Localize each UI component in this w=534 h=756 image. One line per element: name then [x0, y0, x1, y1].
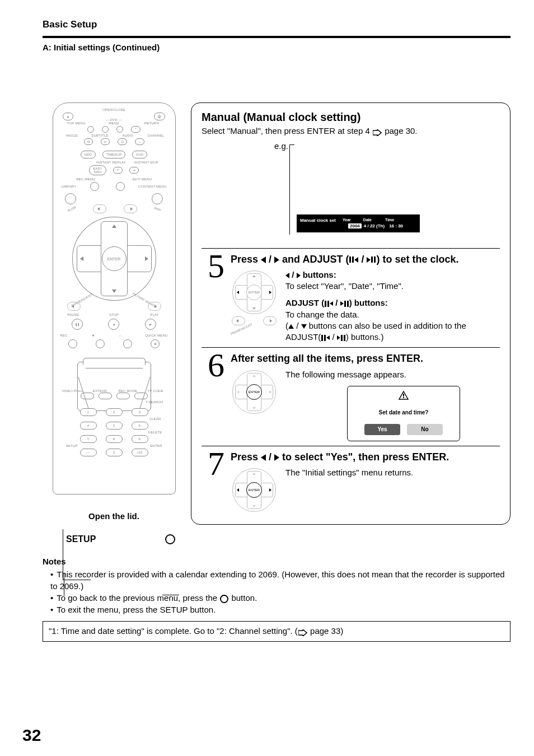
arrow-right-icon: [298, 626, 307, 638]
power-button: ⏻: [154, 113, 165, 120]
label-play: PLAY: [140, 313, 169, 316]
num-1: 1: [80, 408, 97, 416]
slow-back-button: [93, 204, 106, 213]
play-button: ▶: [145, 319, 156, 330]
label-tv-code: TV CODE: [142, 389, 169, 393]
svg-rect-3: [403, 397, 404, 398]
label-top-menu: TOP MENU: [59, 122, 93, 125]
content-menu-button: [152, 193, 163, 204]
notes-section: Notes This recorder is provided with a c…: [43, 556, 510, 642]
open-lid-caption: Open the lid.: [43, 511, 185, 521]
label-videoplus: VIDEO Plus+: [59, 389, 86, 393]
subsection-heading: A: Initial settings (Continued): [43, 43, 510, 52]
confirm-message: Set date and time?: [353, 409, 454, 417]
videoplus-button: [81, 393, 94, 399]
enter-button: ENTER: [102, 246, 127, 271]
ch-up-button: ⌃: [131, 126, 140, 133]
warning-icon: [353, 391, 454, 403]
audio-button: ◎: [118, 138, 127, 145]
angle-button: ⧉: [84, 138, 93, 145]
easy-navi-button: EASY NAVI: [89, 165, 106, 175]
clock-time: 16 : 30: [389, 223, 403, 228]
eject-button: ▲: [63, 113, 74, 120]
instant-skip-button: ↠: [129, 167, 139, 174]
label-enter: ENTER: [143, 444, 168, 447]
step-7-text: The "Initial settings" menu returns.: [285, 467, 413, 478]
label-instant-replay: INSTANT REPLAY: [94, 161, 128, 164]
pause-button: ❚❚: [72, 319, 83, 330]
frame-fwd-button: [148, 302, 161, 311]
circle-button: [123, 339, 132, 348]
rec-mode-button: [116, 393, 130, 399]
ch-down-button: ⌄: [135, 138, 144, 145]
divider: [43, 36, 510, 38]
dvd-button: DVD: [132, 151, 147, 158]
tv-code-button: [134, 393, 148, 399]
panel-lead: Select "Manual", then press ENTER at ste…: [202, 126, 500, 137]
clock-screen: Manual clock set Year Date Time 2004 4 /…: [297, 214, 420, 232]
num-7: 7: [80, 435, 97, 443]
label-subtitle: SUBTITLE: [87, 134, 113, 137]
note-1: This recorder is provided with a calenda…: [50, 568, 510, 592]
section-header: Basic Setup: [43, 19, 510, 30]
rec-menu-button: [90, 182, 99, 191]
step-5-number: 5: [202, 251, 231, 281]
svg-rect-2: [403, 394, 404, 396]
extend-button: [99, 393, 112, 399]
num-5: 5: [106, 422, 123, 430]
notes-heading: Notes: [43, 556, 510, 567]
step-6-text: The following message appears.: [285, 369, 500, 380]
eg-label: e.g.: [274, 141, 288, 151]
label-skip: SKIP: [153, 206, 161, 212]
clock-label: Manual clock set: [300, 218, 336, 223]
label-setup: SETUP: [59, 444, 85, 447]
dpad-figure-step6: ENTER: [231, 370, 278, 414]
clock-h-date: Date: [363, 218, 372, 223]
o-button-icon: [165, 534, 175, 544]
svg-marker-0: [373, 129, 381, 136]
step-5-title: Press / and ADJUST ( / ) to set the cloc…: [231, 253, 500, 266]
hdd-button: HDD: [81, 151, 96, 158]
slow-fwd-button: [124, 204, 137, 213]
clock-h-time: Time: [385, 218, 394, 223]
plus10-button: +10: [132, 449, 148, 456]
num-9: 9: [132, 435, 148, 443]
top-menu-button: [87, 126, 94, 133]
label-library: LIBRARY: [62, 185, 77, 188]
leader-line: [63, 529, 63, 580]
setup-button: —: [80, 449, 97, 456]
label-stop: STOP: [100, 313, 128, 316]
label-content-menu: CONTENT MENU: [138, 185, 167, 188]
svg-marker-4: [298, 629, 307, 636]
clock-h-year: Year: [343, 218, 351, 223]
label-quick-menu: QUICK MENU: [145, 334, 167, 337]
instant-replay-button: ↶: [113, 167, 123, 174]
note-3: To exit the menu, press the SETUP button…: [50, 604, 510, 615]
remote-diagram: OPEN/CLOSE ▲ — DVD — ⏻ TOP MENU MENU RET…: [53, 102, 176, 494]
rec-button: [68, 339, 77, 348]
return-button: [116, 126, 123, 133]
num-3: 3: [132, 408, 148, 416]
label-rec-menu: REC MENU: [59, 178, 113, 181]
confirm-yes: Yes: [364, 424, 400, 435]
step-6-title: After setting all the items, press ENTER…: [231, 352, 500, 365]
label-rec: REC: [60, 334, 68, 337]
setup-label: SETUP: [66, 534, 96, 544]
label-angle: ANGLE: [59, 134, 85, 137]
timeslip-button: TIMESLIP: [102, 151, 125, 158]
setup-callout: SETUP: [43, 534, 185, 544]
completion-box: "1: Time and date setting" is complete. …: [43, 621, 510, 642]
quick-menu-button: ⦿: [151, 339, 160, 348]
step-7-title: Press / to select "Yes", then press ENTE…: [231, 451, 500, 464]
dpad-figure-step5: ENTER FRAME/ADJUST: [231, 270, 278, 325]
label-menu: MENU: [97, 122, 131, 125]
confirm-dialog: Set date and time? Yes No: [347, 386, 460, 441]
label-t-search: T.SEARCH: [59, 400, 169, 404]
remote-column: OPEN/CLOSE ▲ — DVD — ⏻ TOP MENU MENU RET…: [43, 102, 185, 544]
dpad: ENTER FRAME/ADJUST PICTURE SEARCH: [72, 217, 156, 301]
frame-back-button: [67, 302, 81, 311]
num-6: 6: [132, 422, 148, 430]
label-audio: AUDIO: [115, 134, 141, 137]
dpad-figure-step7: ENTER: [231, 468, 278, 512]
num-4: 4: [80, 422, 97, 430]
